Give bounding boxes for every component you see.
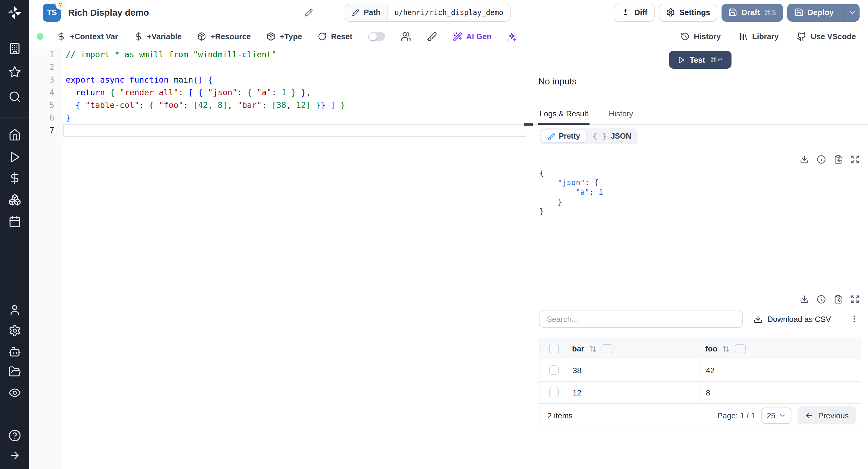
pretty-view-button[interactable]: Pretty: [541, 130, 587, 143]
expand-table-button[interactable]: [850, 295, 860, 304]
deploy-button[interactable]: Deploy: [787, 3, 860, 22]
download-icon: [753, 314, 763, 323]
add-variable-button[interactable]: +Variable: [134, 32, 182, 41]
sidebar-item-home[interactable]: [7, 127, 22, 142]
code-line: [66, 124, 532, 137]
code-lines[interactable]: // import * as wmill from "windmill-clie…: [63, 48, 532, 469]
column-header-bar: bar: [572, 344, 584, 353]
sidebar-item-users[interactable]: [7, 303, 22, 317]
sidebar-item-variables[interactable]: [7, 170, 22, 185]
search-input[interactable]: [539, 310, 743, 328]
paintbrush-icon: [427, 31, 437, 41]
splitter-handle[interactable]: [524, 123, 533, 126]
deploy-main[interactable]: Deploy: [787, 3, 840, 22]
result-info-button[interactable]: [817, 155, 826, 164]
use-vscode-button[interactable]: Use VScode: [797, 32, 856, 41]
row-checkbox[interactable]: [549, 387, 558, 397]
copy-result-button[interactable]: [834, 155, 843, 164]
table-body: 3842128: [539, 359, 861, 404]
sidebar-item-schedules[interactable]: [7, 214, 22, 228]
braces-icon: { }: [593, 132, 607, 140]
history-clock-icon: [681, 32, 689, 41]
column-toggle-foo[interactable]: [735, 344, 746, 353]
add-type-button[interactable]: +Type: [267, 32, 302, 41]
ai-sparkles-button[interactable]: [507, 32, 517, 41]
multiplayer-users-button[interactable]: [401, 31, 411, 41]
typescript-badge: TS: [43, 3, 61, 22]
path-edit-button[interactable]: Path: [345, 4, 388, 21]
sidebar-item-workers[interactable]: [7, 344, 22, 359]
info-icon: [817, 295, 826, 304]
table-menu-button[interactable]: [849, 314, 859, 324]
multiplayer-toggle[interactable]: [368, 32, 385, 41]
download-result-button[interactable]: [800, 155, 809, 164]
select-all-checkbox[interactable]: [549, 344, 558, 353]
column-toggle-bar[interactable]: [601, 344, 613, 353]
sidebar-item-favorites[interactable]: [7, 64, 22, 79]
ai-gen-button[interactable]: AI Gen: [453, 32, 492, 41]
download-icon: [800, 155, 809, 164]
path-group[interactable]: Path u/henri/rich_display_demo: [345, 3, 510, 22]
diff-button[interactable]: Diff: [614, 3, 655, 22]
no-inputs-text: No inputs: [538, 76, 577, 86]
main-area: TS Rich Display demo Path u/henri/rich_d…: [29, 0, 868, 469]
github-icon: [797, 32, 807, 41]
magic-wand-icon: [453, 32, 462, 41]
expand-icon: [850, 295, 860, 304]
kebab-menu-icon: [849, 314, 859, 324]
column-header-foo: foo: [705, 344, 717, 353]
sidebar-item-workspace[interactable]: [7, 41, 22, 56]
sort-icon[interactable]: [589, 345, 597, 352]
line-number: 4: [29, 86, 63, 99]
sort-icon[interactable]: [722, 345, 730, 352]
page-size-value: 25: [767, 411, 775, 420]
sidebar-item-resources[interactable]: [7, 192, 22, 207]
windmill-logo[interactable]: [7, 5, 22, 21]
add-context-var-button[interactable]: +Context Var: [57, 32, 118, 41]
user-icon: [8, 304, 21, 316]
library-button[interactable]: Library: [739, 32, 779, 41]
tab-history[interactable]: History: [608, 102, 634, 124]
add-resource-button[interactable]: +Resource: [197, 32, 251, 41]
sidebar-item-help[interactable]: [7, 428, 22, 442]
previous-page-button[interactable]: Previous: [798, 406, 856, 425]
result-line: }: [539, 197, 868, 207]
expand-result-button[interactable]: [850, 155, 860, 164]
calendar-icon: [8, 215, 21, 227]
json-view-button[interactable]: { } JSON: [587, 130, 638, 142]
sidebar-item-settings[interactable]: [7, 323, 22, 338]
previous-label: Previous: [818, 411, 849, 420]
code-editor[interactable]: 1234567 // import * as wmill from "windm…: [29, 48, 532, 469]
right-panel: Test ⌘↵ No inputs Logs & Result History …: [532, 48, 868, 469]
deploy-dropdown-button[interactable]: [844, 3, 860, 22]
draft-button[interactable]: Draft ⌘S: [722, 3, 783, 22]
bot-icon: [8, 345, 21, 358]
result-line: {: [539, 168, 868, 178]
sidebar-item-search[interactable]: [7, 89, 22, 104]
top-bar: TS Rich Display demo Path u/henri/rich_d…: [29, 0, 868, 25]
sidebar-item-audit-logs[interactable]: [7, 385, 22, 400]
sidebar-expand-button[interactable]: [7, 448, 22, 462]
sidebar-item-runs[interactable]: [7, 150, 22, 164]
copy-table-button[interactable]: [834, 295, 843, 304]
page-size-select[interactable]: 25: [761, 407, 792, 424]
tab-logs-result[interactable]: Logs & Result: [538, 102, 590, 124]
add-context-var-label: +Context Var: [70, 32, 118, 41]
format-code-button[interactable]: [427, 31, 437, 41]
sidebar-item-folders[interactable]: [7, 364, 22, 379]
dollar-icon: [57, 32, 66, 41]
path-label: Path: [364, 8, 380, 17]
settings-button[interactable]: Settings: [659, 3, 718, 22]
table-row: 128: [539, 382, 861, 404]
test-button[interactable]: Test ⌘↵: [669, 51, 732, 69]
download-table-button[interactable]: [800, 295, 809, 304]
star-icon: [8, 65, 21, 78]
reset-button[interactable]: Reset: [318, 32, 352, 41]
table-info-button[interactable]: [817, 295, 826, 304]
row-checkbox[interactable]: [549, 365, 558, 375]
gear-icon: [666, 8, 675, 17]
play-icon: [677, 56, 685, 64]
edit-summary-button[interactable]: [304, 8, 313, 17]
history-button[interactable]: History: [681, 32, 721, 41]
download-csv-button[interactable]: Download as CSV: [753, 314, 831, 323]
